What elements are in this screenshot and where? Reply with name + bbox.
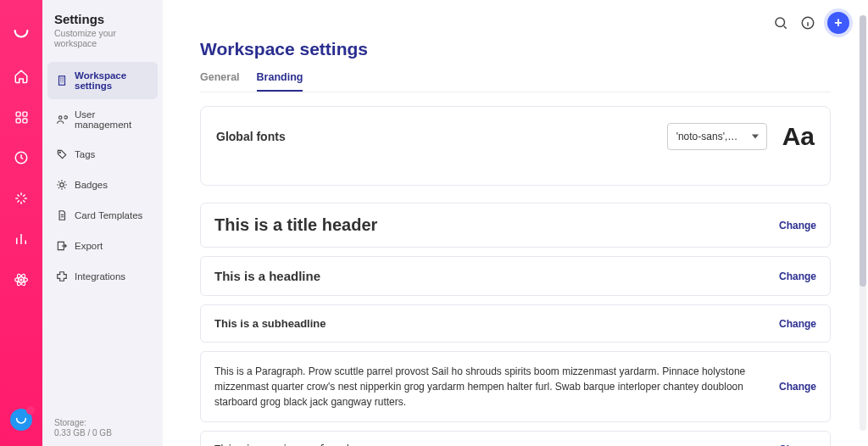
tab-branding[interactable]: Branding xyxy=(257,71,303,92)
building-icon xyxy=(56,75,68,86)
global-fonts-label: Global fonts xyxy=(216,130,286,143)
grid-icon[interactable] xyxy=(6,102,36,132)
bars-icon[interactable] xyxy=(6,224,36,254)
main-content: + Workspace settings General Branding Gl… xyxy=(163,0,868,446)
font-select[interactable]: 'noto-sans',san... xyxy=(667,123,767,150)
svg-point-8 xyxy=(20,279,22,281)
sidebar-item-badges[interactable]: Badges xyxy=(47,170,158,199)
storage-footer: Storage: 0.33 GB / 0 GB xyxy=(42,418,163,438)
svg-rect-3 xyxy=(22,118,26,122)
atom-icon[interactable] xyxy=(6,265,36,295)
sidebar-item-label: Integrations xyxy=(75,271,125,282)
change-title-button[interactable]: Change xyxy=(779,220,816,231)
info-icon[interactable] xyxy=(800,15,815,31)
storage-label: Storage: xyxy=(54,418,151,427)
sidebar-item-user-management[interactable]: User management xyxy=(47,101,158,138)
sample-title: This is a title header Change xyxy=(200,203,831,248)
sidebar-item-workspace-settings[interactable]: Workspace settings xyxy=(47,62,158,99)
clock-icon[interactable] xyxy=(6,142,36,173)
sidebar-item-label: Badges xyxy=(75,180,108,190)
storage-value: 0.33 GB / 0 GB xyxy=(54,428,151,438)
svg-rect-2 xyxy=(16,118,20,122)
font-samples: This is a title header Change This is a … xyxy=(200,203,831,446)
sidebar-item-integrations[interactable]: Integrations xyxy=(47,262,158,291)
sample-code: This is a piece of code Change xyxy=(200,431,831,446)
sample-subhead-text: This is a subheadline xyxy=(214,317,765,330)
global-fonts-card: Global fonts 'noto-sans',san... Aa xyxy=(200,106,831,186)
left-rail xyxy=(0,0,42,446)
export-icon xyxy=(56,240,68,252)
sample-subheadline: This is a subheadline Change xyxy=(200,304,831,343)
sidebar-item-label: Tags xyxy=(75,149,95,159)
badge-icon xyxy=(56,179,68,191)
document-icon xyxy=(56,209,68,221)
sample-title-text: This is a title header xyxy=(214,215,765,235)
scrollbar[interactable] xyxy=(860,15,866,431)
logo-icon[interactable] xyxy=(6,17,36,47)
tabs: General Branding xyxy=(200,71,831,92)
sidebar-item-label: Workspace settings xyxy=(75,70,149,91)
tag-icon xyxy=(56,148,68,160)
top-right-actions: + xyxy=(773,12,849,34)
svg-rect-1 xyxy=(22,112,26,116)
sidebar-item-label: Export xyxy=(75,241,103,251)
sidebar-item-export[interactable]: Export xyxy=(47,231,158,260)
svg-point-12 xyxy=(60,183,64,187)
svg-point-10 xyxy=(59,116,63,120)
users-icon xyxy=(56,114,68,125)
sidebar-item-card-templates[interactable]: Card Templates xyxy=(47,201,158,230)
settings-sidebar: Settings Customize your workspace Worksp… xyxy=(42,0,163,446)
change-para-button[interactable]: Change xyxy=(779,381,816,393)
font-preview: Aa xyxy=(782,122,815,151)
scrollbar-thumb[interactable] xyxy=(860,15,866,287)
puzzle-icon xyxy=(56,270,68,282)
sample-paragraph: This is a Paragraph. Prow scuttle parrel… xyxy=(200,351,831,422)
sidebar-item-label: Card Templates xyxy=(75,210,142,220)
search-icon[interactable] xyxy=(773,15,788,31)
sample-para-text: This is a Paragraph. Prow scuttle parrel… xyxy=(214,364,765,410)
home-icon[interactable] xyxy=(6,61,36,92)
svg-rect-0 xyxy=(16,112,20,116)
svg-point-11 xyxy=(59,152,60,153)
change-headline-button[interactable]: Change xyxy=(779,270,816,282)
sidebar-subtitle: Customize your workspace xyxy=(54,28,151,48)
sidebar-title: Settings xyxy=(54,12,151,26)
add-button[interactable]: + xyxy=(827,12,849,34)
sample-headline: This is a headline Change xyxy=(200,256,831,296)
plus-icon: + xyxy=(834,15,842,31)
change-subhead-button[interactable]: Change xyxy=(779,318,816,330)
sample-headline-text: This is a headline xyxy=(214,269,765,283)
sidebar-item-tags[interactable]: Tags xyxy=(47,140,158,169)
svg-point-13 xyxy=(776,18,785,27)
page-title: Workspace settings xyxy=(200,39,831,59)
tab-general[interactable]: General xyxy=(200,71,240,92)
sidebar-item-label: User management xyxy=(75,109,149,130)
assistant-bubble-icon[interactable] xyxy=(10,409,32,431)
svg-rect-9 xyxy=(59,76,65,86)
sparkle-icon[interactable] xyxy=(6,183,36,214)
